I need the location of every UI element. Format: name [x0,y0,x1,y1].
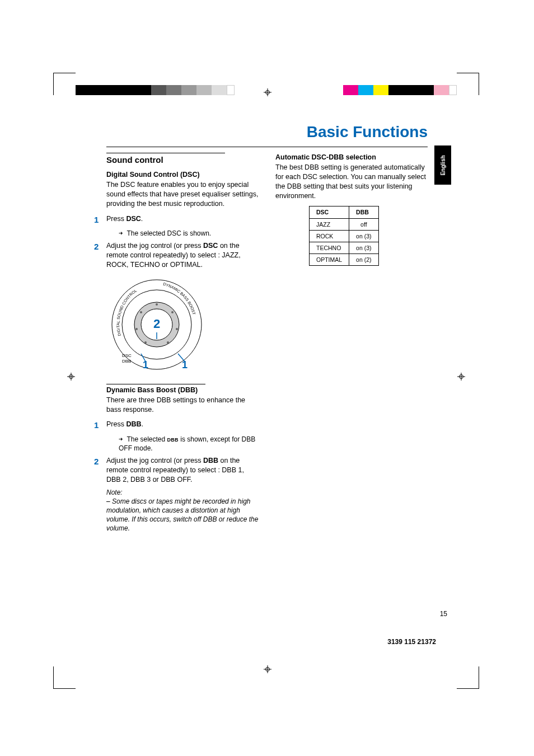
right-column: Automatic DSC-DBB selection The best DBB… [275,153,428,533]
dbb-step-1-sub: ➜ The selected DBB is shown, except for … [119,435,259,453]
table-row: ROCKon (3) [310,230,379,242]
dbb-desc: There are three DBB settings to enhance … [106,396,259,415]
svg-point-19 [171,311,174,313]
svg-text:2: 2 [153,317,160,331]
crop-mark-br [457,666,479,689]
step-number: 2 [94,456,106,485]
svg-point-24 [140,311,142,313]
dbb-note: Note: – Some discs or tapes might be rec… [106,488,259,533]
step-number: 2 [94,241,106,270]
dbb-step-1: 1 Press DBB. [106,420,259,431]
table-header-dsc: DSC [310,206,349,218]
table-header-dbb: DBB [349,206,378,218]
registration-right-icon [457,373,465,381]
registration-bottom-icon [264,665,271,673]
step-number: 1 [94,214,106,226]
dsc-step-1-sub: ➜ The selected DSC is shown. [119,229,259,238]
chapter-title: Basic Functions [106,123,428,142]
crop-mark-bl [53,666,76,689]
page-number: 15 [440,610,447,618]
arrow-icon: ➜ [119,229,127,237]
language-tab: English [434,145,451,185]
table-header-row: DSC DBB [310,206,379,218]
crop-mark-tl [53,73,76,95]
crop-mark-tr [457,73,479,95]
registration-left-icon [67,373,75,381]
step-body: Press DBB. [106,420,259,431]
auto-dsc-dbb-desc: The best DBB setting is generated automa… [275,163,428,201]
svg-point-21 [167,341,169,344]
svg-point-23 [135,328,138,330]
registration-top-icon [264,88,271,96]
color-bar-left [76,85,235,95]
note-label: Note: [106,488,259,497]
svg-text:DBB: DBB [122,359,131,364]
jog-dial-illustration: DIGITAL SOUND CONTROL DYNAMIC BASS BOOST… [106,274,207,375]
table-row: JAZZoff [310,218,379,230]
svg-text:DSC: DSC [122,353,132,358]
table-row: OPTIMALon (2) [310,254,379,266]
svg-point-18 [156,303,158,306]
step-body: Press DSC. [106,214,259,226]
dbb-step-2: 2 Adjust the jog control (or press DBB o… [106,456,259,485]
section-title-sound: Sound control [106,154,259,166]
step-body: Adjust the jog control (or press DSC on … [106,241,259,270]
dsc-dbb-table: DSC DBB JAZZoff ROCKon (3) TECHNOon (3) … [309,206,379,266]
svg-point-22 [144,341,147,344]
section-rule [106,384,205,384]
table-row: TECHNOon (3) [310,242,379,253]
language-label: English [440,155,446,175]
page-content: Basic Functions English Sound control Di… [106,123,428,533]
auto-dsc-dbb-title: Automatic DSC-DBB selection [275,153,428,162]
note-body: – Some discs or tapes might be recorded … [106,497,259,533]
left-column: Sound control Digital Sound Control (DSC… [106,153,259,533]
dsc-step-1: 1 Press DSC. [106,214,259,226]
chapter-rule [106,147,428,147]
dsc-step-2: 2 Adjust the jog control (or press DSC o… [106,241,259,270]
step-number: 1 [94,420,106,431]
svg-point-20 [176,328,178,330]
color-bar-right [343,85,457,95]
dsc-desc: The DSC feature enables you to enjoy spe… [106,180,259,209]
section-rule [106,153,225,153]
document-reference: 3139 115 21372 [387,638,436,646]
dbb-title: Dynamic Bass Boost (DBB) [106,386,259,395]
arrow-icon: ➜ [119,435,127,443]
dsc-title: Digital Sound Control (DSC) [106,170,259,180]
step-body: Adjust the jog control (or press DBB on … [106,456,259,485]
